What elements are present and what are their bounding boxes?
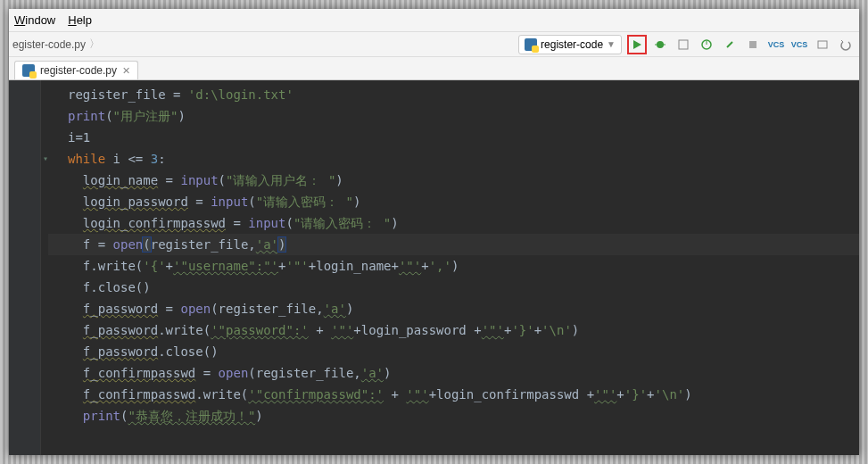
code-text: ( [219,173,226,187]
menu-help[interactable]: Help [68,13,92,27]
code-text: '\n' [655,387,685,402]
code-text: '"username":"' [173,259,278,273]
show-history-button[interactable] [813,35,832,54]
code-text: + [166,259,173,273]
code-text: '"confirmpasswd":' [248,387,384,402]
code-text: '"password":' [211,323,309,337]
coverage-button[interactable] [674,35,693,54]
code-text: f_password [83,323,158,337]
code-text: ) [572,323,579,337]
tab-register-code[interactable]: register-code.py ✕ [14,61,138,79]
code-text: ) [451,259,459,273]
code-text: ) [278,237,285,252]
code-text: , [248,237,255,252]
code-text: '"' [399,259,421,273]
code-text: "恭喜您，注册成功！" [128,409,255,423]
code-text: 3 [151,152,158,166]
fold-while-icon[interactable]: ▾ [43,148,48,170]
code-text: ) [384,366,391,380]
code-text: i=1 [68,130,90,145]
code-text: while [68,152,105,166]
breadcrumb-file: egister-code.py [12,38,86,51]
code-text: input [211,195,248,209]
toolbar: egister-code.py 〉 register-code ▼ [9,32,859,57]
code-text: f_password [83,344,158,359]
history-icon [816,38,829,51]
menu-window[interactable]: Window [14,13,55,27]
code-text: 'a' [361,366,384,380]
code-text: 'a' [324,302,346,316]
code-text: + [534,323,541,337]
code-text: = [195,366,218,380]
attach-button[interactable] [720,35,740,54]
stop-button[interactable] [743,35,763,54]
python-icon [525,38,537,51]
code-text: '}' [624,387,647,402]
run-button[interactable] [627,35,647,54]
revert-icon [839,38,852,51]
svg-rect-6 [818,41,827,48]
svg-rect-3 [679,40,688,49]
code-text: register_file [151,237,249,252]
close-icon[interactable]: ✕ [122,65,130,77]
code-text: = [188,195,211,209]
code-text: '"' [594,387,616,402]
code-text: +login_confirmpasswd + [429,387,594,402]
code-text: + [421,259,428,273]
editor-gutter[interactable] [9,80,41,455]
bug-icon [654,38,666,51]
svg-point-0 [657,41,664,48]
code-text: open [180,302,211,316]
code-text: ) [684,387,691,402]
vcs-update-button[interactable]: VCS [766,35,786,54]
ide-window: Window Help egister-code.py 〉 register-c… [9,9,859,455]
code-text: open [219,366,249,380]
profile-button[interactable] [697,35,716,54]
code-text: '"' [406,387,428,402]
code-text: .close() [158,344,218,359]
toolbar-actions: VCS VCS [627,35,856,54]
code-text: open [113,237,144,252]
run-config-selector[interactable]: register-code ▼ [518,35,622,54]
code-text: ( [143,237,150,252]
code-text: .write( [195,387,248,402]
code-text: '"' [482,323,504,337]
code-text: f.close() [83,280,151,294]
code-text: : [158,152,165,166]
code-text: .write( [158,323,211,337]
code-text: f_confirmpasswd [83,387,195,402]
revert-button[interactable] [836,35,856,54]
code-text: print [68,109,105,123]
code-text: 'd:\login.txt' [188,87,293,102]
profile-icon [700,38,713,51]
run-config-name: register-code [541,38,603,51]
code-text: f_password [83,302,158,316]
code-text: ( [105,109,112,123]
code-editor[interactable]: ▾ register_file = 'd:\login.txt' print("… [9,80,859,455]
code-text: ) [178,109,185,123]
code-text: '"' [285,259,308,273]
editor-tabs: register-code.py ✕ [9,57,859,80]
code-text: input [248,216,285,230]
code-text: register_file = [68,87,188,102]
code-text: 'a' [256,237,278,252]
vcs-commit-button[interactable]: VCS [789,35,809,54]
code-text: f_confirmpasswd [83,366,195,380]
code-text: login_name [83,173,158,187]
code-text: input [180,173,218,187]
code-text: print [83,409,120,423]
breadcrumb[interactable]: egister-code.py 〉 [12,37,100,52]
code-text: login_password [83,195,188,209]
code-text: ',' [429,259,451,273]
stop-icon [747,38,759,51]
attach-icon [723,38,736,51]
code-text: +login_name+ [309,259,399,273]
coverage-icon [677,38,690,51]
code-text: "请输入密码： " [293,216,391,230]
tab-label: register-code.py [40,64,117,77]
code-text: '"' [331,323,353,337]
debug-button[interactable] [650,35,670,54]
code-text: = [226,216,248,230]
code-text: = [158,173,180,187]
code-text: "请输入用户名： " [226,173,335,187]
